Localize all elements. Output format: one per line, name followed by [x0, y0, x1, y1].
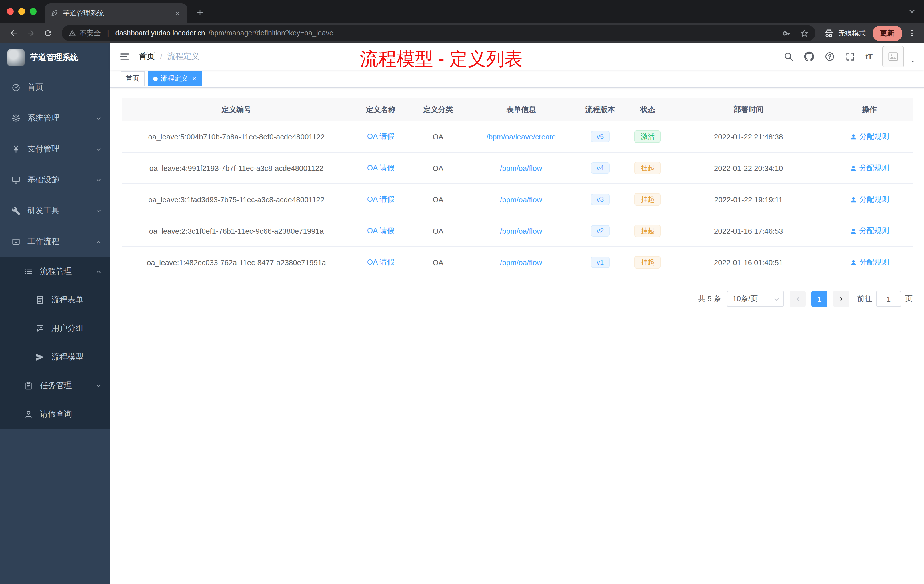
version-badge: v5	[591, 131, 609, 142]
content-area: 定义编号 定义名称 定义分类 表单信息 流程版本 状态 部署时间 操作 oa_l…	[110, 88, 924, 317]
incognito-label: 无痕模式	[838, 28, 866, 38]
version-badge: v4	[591, 162, 609, 174]
breadcrumb-home[interactable]: 首页	[139, 51, 155, 62]
help-icon[interactable]	[825, 51, 835, 62]
definition-id: oa_leave:4:991f2193-7b7f-11ec-a3c8-acde4…	[122, 153, 351, 183]
sidebar-item-workflow[interactable]: 工作流程	[0, 226, 110, 257]
star-bookmark-icon[interactable]	[800, 29, 808, 38]
kebab-menu-icon	[908, 29, 916, 37]
new-tab-button[interactable]	[192, 5, 208, 21]
page-size-select[interactable]: 10条/页	[727, 291, 784, 307]
hamburger-icon	[119, 51, 130, 62]
definition-category: OA	[410, 153, 466, 183]
page-number-button[interactable]: 1	[812, 291, 827, 307]
definition-name-link[interactable]: OA 请假	[367, 226, 394, 236]
search-icon[interactable]	[784, 51, 794, 62]
assign-rule-link[interactable]: 分配规则	[850, 163, 889, 173]
definition-name-link[interactable]: OA 请假	[367, 257, 394, 267]
browser-toolbar: 不安全 | dashboard.yudao.iocoder.cn/bpm/man…	[0, 23, 924, 43]
chat-icon	[35, 324, 45, 333]
screen: 芋道管理系统 不安全 | dashboard.yudao.iocoder.cn/…	[0, 0, 924, 584]
close-tab-icon[interactable]	[173, 8, 182, 18]
form-link[interactable]: /bpm/oa/flow	[500, 195, 542, 204]
sidebar-item-user-group[interactable]: 用户分组	[0, 314, 110, 343]
tag-home[interactable]: 首页	[120, 71, 145, 86]
definition-name-link[interactable]: OA 请假	[367, 194, 394, 205]
tag-close-icon[interactable]: ×	[192, 75, 196, 82]
sidebar-item-process-form[interactable]: 流程表单	[0, 286, 110, 314]
goto-label: 前往	[857, 294, 872, 304]
browser-menu-button[interactable]	[906, 27, 918, 40]
definition-name-link[interactable]: OA 请假	[367, 163, 394, 173]
status-badge: 激活	[635, 130, 661, 143]
maximize-window-button[interactable]	[30, 8, 36, 15]
definition-category: OA	[410, 184, 466, 215]
list-icon	[24, 267, 33, 276]
tag-process-definition[interactable]: 流程定义 ×	[148, 71, 201, 86]
send-icon	[35, 353, 45, 362]
assign-rule-link[interactable]: 分配规则	[850, 226, 889, 236]
logo-title: 芋道管理系统	[30, 53, 78, 63]
avatar-caret-down-icon[interactable]	[910, 58, 916, 64]
table-header-row: 定义编号 定义名称 定义分类 表单信息 流程版本 状态 部署时间 操作	[122, 98, 912, 121]
form-link[interactable]: /bpm/oa/flow	[500, 226, 542, 235]
chevron-up-icon	[96, 268, 102, 275]
incognito-icon	[823, 28, 834, 39]
sidebar-toggle-button[interactable]	[110, 51, 139, 62]
assign-rule-link[interactable]: 分配规则	[850, 194, 889, 205]
user-icon	[24, 410, 33, 419]
logo-avatar	[7, 49, 25, 66]
url-host: dashboard.yudao.iocoder.cn	[116, 29, 205, 37]
version-badge: v2	[591, 225, 609, 237]
user-icon	[850, 196, 857, 203]
sidebar-item-payment[interactable]: 支付管理	[0, 134, 110, 165]
column-header: 部署时间	[672, 98, 826, 120]
sidebar-item-leave-query[interactable]: 请假查询	[0, 400, 110, 429]
status-badge: 挂起	[635, 224, 661, 237]
browser-tab[interactable]: 芋道管理系统	[45, 3, 187, 23]
form-link[interactable]: /bpm/oa/flow	[500, 258, 542, 267]
url-path: /bpm/manager/definition?key=oa_leave	[209, 29, 333, 37]
annotation-title: 流程模型 - 定义列表	[360, 47, 523, 72]
form-link[interactable]: /bpm/oa/leave/create	[486, 132, 556, 141]
sidebar-item-task-management[interactable]: 任务管理	[0, 371, 110, 400]
github-icon[interactable]	[804, 51, 814, 62]
goto-page-input[interactable]	[876, 291, 901, 307]
navbar-actions: tT	[784, 46, 924, 68]
deploy-time: 2022-01-22 21:48:38	[672, 121, 826, 152]
table-row: oa_leave:2:3c1f0ef1-76b1-11ec-9c66-a2380…	[122, 215, 912, 247]
avatar[interactable]	[882, 46, 904, 68]
sidebar-item-infrastructure[interactable]: 基础设施	[0, 165, 110, 195]
column-header: 定义名称	[351, 98, 411, 120]
reload-button[interactable]	[40, 25, 56, 41]
minimize-window-button[interactable]	[18, 8, 25, 15]
fullscreen-icon[interactable]	[845, 51, 855, 62]
chevron-up-icon	[96, 239, 102, 245]
sidebar-item-process-management[interactable]: 流程管理	[0, 257, 110, 286]
sidebar-item-system[interactable]: 系统管理	[0, 103, 110, 134]
user-icon	[850, 133, 857, 140]
breadcrumb-current: 流程定义	[167, 51, 200, 62]
prev-page-button[interactable]	[790, 291, 806, 307]
table-row: oa_leave:3:1fad3d93-7b75-11ec-a3c8-acde4…	[122, 184, 912, 215]
deploy-time: 2022-01-16 17:46:53	[672, 215, 826, 246]
forward-button[interactable]	[23, 25, 39, 41]
chevron-down-icon	[773, 296, 780, 303]
assign-rule-link[interactable]: 分配规则	[850, 257, 889, 267]
close-window-button[interactable]	[7, 8, 14, 15]
sidebar-item-dev-tools[interactable]: 研发工具	[0, 195, 110, 226]
key-icon[interactable]	[782, 29, 791, 38]
assign-rule-link[interactable]: 分配规则	[850, 132, 889, 142]
tab-search-chevron-icon[interactable]	[908, 7, 916, 15]
sidebar-item-process-model[interactable]: 流程模型	[0, 343, 110, 371]
back-button[interactable]	[6, 25, 22, 41]
font-size-icon[interactable]: tT	[866, 52, 872, 61]
sidebar-item-home[interactable]: 首页	[0, 72, 110, 103]
update-browser-button[interactable]: 更新	[873, 25, 902, 41]
next-page-button[interactable]	[833, 291, 849, 307]
form-link[interactable]: /bpm/oa/flow	[500, 164, 542, 172]
sidebar-logo[interactable]: 芋道管理系统	[0, 43, 110, 72]
address-bar[interactable]: 不安全 | dashboard.yudao.iocoder.cn/bpm/man…	[62, 25, 815, 41]
definition-category: OA	[410, 247, 466, 278]
definition-name-link[interactable]: OA 请假	[367, 132, 394, 142]
